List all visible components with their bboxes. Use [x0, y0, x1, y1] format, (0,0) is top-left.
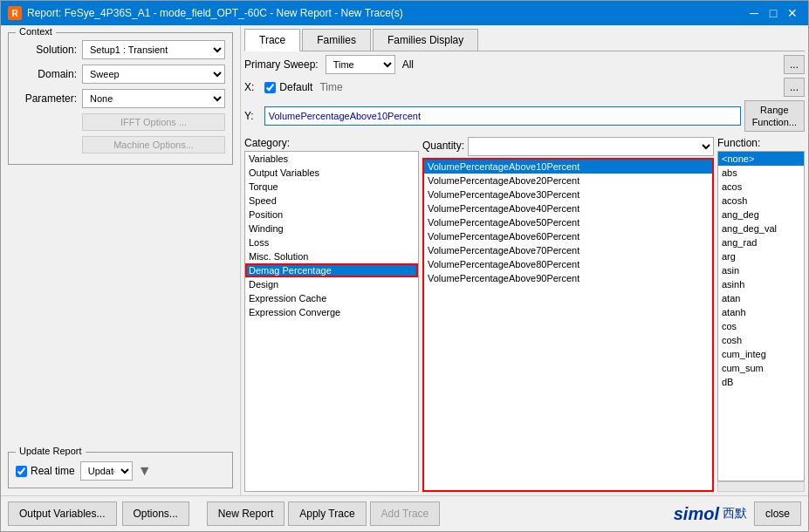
list-item[interactable]: cum_integ: [718, 347, 804, 361]
list-item[interactable]: Expression Converge: [245, 305, 418, 319]
function-selected-item[interactable]: <none>: [718, 152, 804, 166]
list-item[interactable]: arg: [718, 249, 804, 263]
list-item[interactable]: Speed: [245, 194, 418, 208]
tab-families-display[interactable]: Families Display: [373, 29, 478, 51]
primary-sweep-dots-button[interactable]: ...: [784, 55, 805, 74]
function-listbox: <none> abs acos acosh ang_deg ang_deg_va…: [717, 151, 805, 481]
right-panel: Trace Families Families Display Primary …: [241, 25, 808, 495]
x-row: X: Default Time ...: [244, 78, 805, 97]
list-item[interactable]: VolumePercentageAbove80Percent: [424, 257, 712, 271]
solution-label: Solution:: [16, 44, 77, 56]
function-label: Function:: [717, 137, 805, 149]
list-item[interactable]: cos: [718, 319, 804, 333]
update-select[interactable]: Update: [80, 461, 133, 481]
new-report-button[interactable]: New Report: [207, 501, 285, 526]
list-item[interactable]: acosh: [718, 194, 804, 208]
title-bar-left: R Report: FeSye_4P36S_A1 - mode_field_OP…: [8, 6, 403, 20]
x-dots-button[interactable]: ...: [784, 78, 805, 97]
cqf-area: Category: Variables Output Variables Tor…: [244, 137, 805, 492]
list-item[interactable]: cosh: [718, 333, 804, 347]
context-group: Context Solution: Setup1 : Transient Dom…: [8, 32, 233, 165]
list-item[interactable]: abs: [718, 166, 804, 180]
quantity-listbox: VolumePercentageAbove10Percent VolumePer…: [424, 160, 712, 490]
parameter-label: Parameter:: [16, 92, 77, 105]
bottom-right: simol 西默 close: [674, 501, 801, 526]
list-item[interactable]: Variables: [245, 152, 418, 166]
function-scrollbar[interactable]: [717, 481, 805, 492]
update-dropdown-arrow[interactable]: ▼: [138, 463, 152, 479]
tab-trace[interactable]: Trace: [244, 29, 300, 51]
category-column: Category: Variables Output Variables Tor…: [244, 137, 419, 492]
realtime-label: Real time: [31, 465, 75, 477]
update-report-group: Update Report Real time Update ▼: [8, 452, 233, 488]
ifft-options-button[interactable]: IFFT Options ...: [82, 113, 225, 131]
tab-bar: Trace Families Families Display: [244, 29, 805, 51]
y-row: Y: Range Function...: [244, 100, 805, 132]
list-item[interactable]: atan: [718, 291, 804, 305]
list-item[interactable]: Winding: [245, 222, 418, 235]
tab-families[interactable]: Families: [302, 29, 371, 51]
quantity-label: Quantity:: [422, 140, 464, 152]
parameter-select[interactable]: None: [82, 89, 225, 108]
solution-select[interactable]: Setup1 : Transient: [82, 40, 225, 59]
quantity-filter-select[interactable]: [468, 137, 714, 156]
quantity-header: Quantity:: [422, 137, 714, 156]
list-item[interactable]: VolumePercentageAbove40Percent: [424, 201, 712, 215]
list-item[interactable]: Loss: [245, 235, 418, 249]
list-item[interactable]: asin: [718, 263, 804, 277]
machine-options-button[interactable]: Machine Options...: [82, 136, 225, 153]
list-item[interactable]: Expression Cache: [245, 291, 418, 305]
chinese-logo-text: 西默: [723, 506, 747, 522]
list-item[interactable]: dB: [718, 375, 804, 389]
list-item[interactable]: VolumePercentageAbove60Percent: [424, 229, 712, 243]
primary-sweep-select[interactable]: Time: [326, 55, 395, 74]
list-item[interactable]: Output Variables: [245, 166, 418, 180]
main-content: Context Solution: Setup1 : Transient Dom…: [1, 25, 808, 495]
title-bar: R Report: FeSye_4P36S_A1 - mode_field_OP…: [1, 1, 808, 25]
list-item[interactable]: VolumePercentageAbove90Percent: [424, 271, 712, 285]
quantity-column: Quantity: VolumePercentageAbove10Percent…: [422, 137, 714, 492]
output-variables-button[interactable]: Output Variables...: [8, 501, 117, 526]
list-item[interactable]: VolumePercentageAbove30Percent: [424, 188, 712, 201]
list-item[interactable]: Position: [245, 208, 418, 222]
list-item[interactable]: atanh: [718, 305, 804, 319]
solution-row: Solution: Setup1 : Transient: [16, 40, 225, 59]
realtime-checkbox[interactable]: [16, 466, 27, 477]
maximize-button[interactable]: □: [764, 4, 782, 22]
list-item[interactable]: asinh: [718, 277, 804, 291]
list-item[interactable]: Design: [245, 277, 418, 291]
domain-row: Domain: Sweep: [16, 65, 225, 84]
list-item[interactable]: cum_sum: [718, 361, 804, 375]
minimize-button[interactable]: ─: [745, 4, 763, 22]
options-button[interactable]: Options...: [122, 501, 189, 526]
close-button-bottom[interactable]: close: [754, 501, 801, 526]
time-text: Time: [319, 81, 342, 93]
list-item[interactable]: VolumePercentageAbove20Percent: [424, 174, 712, 188]
range-function-button[interactable]: Range Function...: [744, 100, 805, 132]
close-button[interactable]: ✕: [784, 4, 801, 22]
window-title: Report: FeSye_4P36S_A1 - mode_field_OPT_…: [27, 7, 403, 19]
list-item[interactable]: ang_deg_val: [718, 222, 804, 235]
apply-trace-button[interactable]: Apply Trace: [288, 501, 366, 526]
list-item[interactable]: VolumePercentageAbove70Percent: [424, 243, 712, 257]
list-item[interactable]: acos: [718, 180, 804, 194]
default-checkbox[interactable]: [264, 82, 276, 93]
app-icon: R: [8, 6, 22, 20]
realtime-checkbox-label[interactable]: Real time: [16, 465, 75, 477]
quantity-selected-item[interactable]: VolumePercentageAbove10Percent: [424, 160, 712, 174]
bottom-left-buttons: Output Variables... Options...: [8, 501, 189, 526]
add-trace-button[interactable]: Add Trace: [370, 501, 441, 526]
category-selected-item[interactable]: Demag Percentage: [245, 263, 418, 277]
domain-select[interactable]: Sweep: [82, 65, 225, 84]
list-item[interactable]: ang_rad: [718, 235, 804, 249]
domain-label: Domain:: [16, 68, 77, 80]
update-row: Real time Update ▼: [16, 461, 225, 481]
list-item[interactable]: VolumePercentageAbove50Percent: [424, 215, 712, 229]
list-item[interactable]: Torque: [245, 180, 418, 194]
default-label: Default: [279, 81, 312, 93]
primary-sweep-row: Primary Sweep: Time All ...: [244, 55, 805, 74]
main-window: R Report: FeSye_4P36S_A1 - mode_field_OP…: [0, 0, 809, 532]
list-item[interactable]: Misc. Solution: [245, 249, 418, 263]
y-input[interactable]: [264, 106, 741, 126]
list-item[interactable]: ang_deg: [718, 208, 804, 222]
